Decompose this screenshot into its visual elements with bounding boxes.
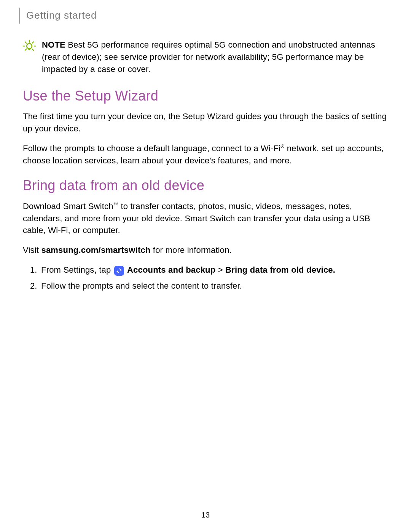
note-text: NOTE Best 5G performance requires optima… <box>42 39 388 75</box>
steps-list: From Settings, tap Accounts and backup >… <box>23 264 388 292</box>
text-fragment: Follow the prompts to choose a default l… <box>23 144 280 153</box>
page-header: Getting started <box>19 8 388 24</box>
text-fragment: for more information. <box>151 245 232 255</box>
separator: > <box>215 265 225 275</box>
text-fragment: Visit <box>23 245 41 255</box>
svg-point-0 <box>27 43 32 49</box>
accounts-backup-label: Accounts and backup <box>127 265 215 275</box>
svg-line-6 <box>32 42 33 43</box>
header-rule <box>19 8 20 24</box>
step-1: From Settings, tap Accounts and backup >… <box>40 264 388 276</box>
heading-setup-wizard: Use the Setup Wizard <box>23 86 388 106</box>
trademark-mark: ™ <box>113 201 118 207</box>
svg-line-7 <box>25 49 26 50</box>
step-2: Follow the prompts and select the conten… <box>40 280 388 292</box>
note-body: Best 5G performance requires optimal 5G … <box>42 40 375 74</box>
setup-wizard-para1: The first time you turn your device on, … <box>23 110 388 135</box>
registered-mark: ® <box>280 143 284 149</box>
sync-icon <box>114 266 124 276</box>
bring-data-label: Bring data from old device. <box>225 265 335 275</box>
note-label: NOTE <box>42 40 65 50</box>
svg-line-8 <box>32 49 33 50</box>
text-fragment: From Settings, tap <box>41 265 113 275</box>
setup-wizard-para2: Follow the prompts to choose a default l… <box>23 142 388 167</box>
svg-rect-1 <box>28 48 30 50</box>
bring-data-para1: Download Smart Switch™ to transfer conta… <box>23 200 388 237</box>
smartswitch-link-text: samsung.com/smartswitch <box>41 245 150 255</box>
note-block: NOTE Best 5G performance requires optima… <box>23 39 388 75</box>
heading-bring-data: Bring data from an old device <box>23 176 388 195</box>
lightbulb-icon <box>23 40 36 56</box>
header-section-label: Getting started <box>26 8 97 23</box>
bring-data-para2: Visit samsung.com/smartswitch for more i… <box>23 244 388 256</box>
text-fragment: Download Smart Switch <box>23 201 113 211</box>
page-number: 13 <box>0 510 411 521</box>
svg-line-5 <box>25 42 26 43</box>
